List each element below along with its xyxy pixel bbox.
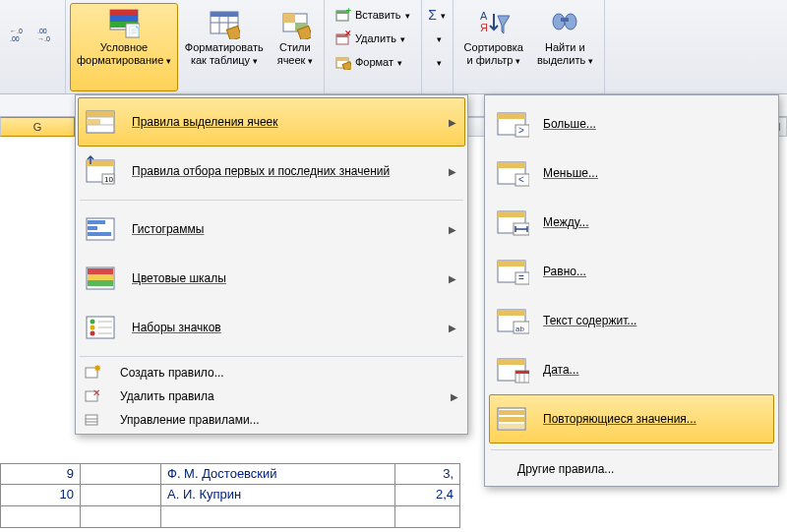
svg-rect-47 xyxy=(88,226,97,230)
cell-styles-button[interactable]: Стили ячеек xyxy=(271,3,320,91)
find-select-label: Найти и выделить xyxy=(537,41,593,68)
menu-highlight-cells-rules[interactable]: Правила выделения ячеек ▶ xyxy=(78,97,465,147)
submenu-label: Дата... xyxy=(543,363,579,377)
submenu-between[interactable]: Между... xyxy=(489,198,774,247)
cell-styles-icon xyxy=(279,8,311,39)
submenu-arrow-icon: ▶ xyxy=(449,273,456,284)
empty-cell[interactable] xyxy=(81,463,161,485)
svg-rect-48 xyxy=(88,232,111,236)
column-header-G[interactable]: G xyxy=(0,117,75,137)
increase-decimal-button[interactable]: ←.0.00 xyxy=(8,24,30,45)
row-number-cell[interactable] xyxy=(0,506,81,528)
name-cell[interactable]: Ф. М. Достоевский xyxy=(161,463,395,485)
editing-autosum-group: Σ xyxy=(422,0,454,93)
new-rule-icon: ✸ xyxy=(85,365,100,381)
delete-cells-button[interactable]: ✕ Удалить xyxy=(331,28,415,49)
manage-rules-icon xyxy=(85,412,100,428)
menu-separator xyxy=(491,449,772,450)
menu-new-rule[interactable]: ✸ Создать правило... xyxy=(78,361,465,384)
format-cells-button[interactable]: Формат xyxy=(331,51,415,73)
menu-label: Удалить правила xyxy=(120,389,214,403)
submenu-duplicate-values[interactable]: Повторяющиеся значения... xyxy=(489,394,774,443)
submenu-arrow-icon: ▶ xyxy=(451,391,458,402)
submenu-arrow-icon: ▶ xyxy=(449,117,456,128)
conditional-formatting-menu: Правила выделения ячеек ▶ 10 Правила отб… xyxy=(75,94,468,435)
value-cell[interactable]: 2,4 xyxy=(395,485,460,506)
submenu-arrow-icon: ▶ xyxy=(449,166,456,177)
menu-data-bars[interactable]: Гистограммы ▶ xyxy=(78,205,465,254)
svg-text:10: 10 xyxy=(104,175,113,184)
svg-rect-90 xyxy=(498,359,525,365)
duplicate-values-icon xyxy=(496,402,529,436)
table-row[interactable] xyxy=(0,506,787,528)
svg-rect-38 xyxy=(87,119,100,125)
submenu-greater-than[interactable]: > Больше... xyxy=(489,99,774,148)
menu-label: Правила отбора первых и последних значен… xyxy=(132,164,390,178)
submenu-arrow-icon: ▶ xyxy=(449,323,456,333)
format-label: Формат xyxy=(355,56,394,68)
svg-text:ab: ab xyxy=(515,325,524,333)
svg-point-54 xyxy=(91,320,95,325)
row-number-cell[interactable]: 9 xyxy=(0,463,81,485)
svg-text:＋: ＋ xyxy=(344,7,351,15)
conditional-formatting-label: Условное форматирование xyxy=(77,41,171,68)
submenu-less-than[interactable]: < Меньше... xyxy=(489,148,774,198)
svg-rect-86 xyxy=(498,310,525,316)
clear-button[interactable] xyxy=(428,51,447,73)
svg-text:=: = xyxy=(518,272,524,283)
svg-rect-6 xyxy=(110,16,138,22)
submenu-label: Текст содержит... xyxy=(543,314,636,327)
decrease-decimal-button[interactable]: .00→.0 xyxy=(35,24,57,45)
svg-point-55 xyxy=(91,325,95,330)
svg-rect-72 xyxy=(498,162,525,168)
menu-label: Гистограммы xyxy=(132,222,204,236)
between-icon xyxy=(496,206,529,239)
value-cell[interactable] xyxy=(395,506,460,528)
value-cell[interactable]: 3, xyxy=(395,463,460,485)
find-select-button[interactable]: Найти и выделить xyxy=(530,3,600,91)
submenu-text-contains[interactable]: ab Текст содержит... xyxy=(489,296,774,345)
format-as-table-label: Форматировать как таблицу xyxy=(185,41,264,68)
svg-rect-68 xyxy=(498,113,525,119)
svg-rect-17 xyxy=(283,14,295,23)
submenu-equal-to[interactable]: = Равно... xyxy=(489,247,774,296)
format-icon xyxy=(335,54,351,70)
conditional-formatting-button[interactable]: 📄 Условное форматирование xyxy=(70,3,178,91)
submenu-label: Меньше... xyxy=(543,166,598,180)
menu-clear-rules[interactable]: ✕ Удалить правила ▶ xyxy=(78,384,465,408)
highlight-cells-icon xyxy=(85,105,118,139)
format-as-table-icon xyxy=(209,8,240,39)
name-cell[interactable] xyxy=(161,506,395,528)
submenu-more-rules[interactable]: Другие правила... xyxy=(489,456,774,482)
delete-label: Удалить xyxy=(355,32,396,44)
svg-rect-51 xyxy=(88,274,113,280)
ribbon: ←.0.00 .00→.0 📄 Условное форматирование … xyxy=(0,0,787,94)
table-row[interactable]: 10 А. И. Куприн 2,4 xyxy=(0,485,787,506)
format-as-table-button[interactable]: Форматировать как таблицу xyxy=(178,3,271,91)
svg-text:А: А xyxy=(480,10,488,22)
menu-top-bottom-rules[interactable]: 10 Правила отбора первых и последних зна… xyxy=(78,147,465,196)
styles-group: 📄 Условное форматирование Форматировать … xyxy=(66,0,325,93)
menu-manage-rules[interactable]: Управление правилами... xyxy=(78,408,465,432)
svg-text:>: > xyxy=(518,125,524,136)
menu-color-scales[interactable]: Цветовые шкалы ▶ xyxy=(78,254,465,303)
svg-text:←.0: ←.0 xyxy=(10,28,23,34)
svg-rect-5 xyxy=(110,10,138,16)
menu-icon-sets[interactable]: Наборы значков ▶ xyxy=(78,303,465,352)
sort-filter-button[interactable]: АЯ Сортировка и фильтр xyxy=(457,3,530,91)
svg-rect-52 xyxy=(88,280,113,286)
name-cell[interactable]: А. И. Куприн xyxy=(161,485,395,506)
svg-rect-50 xyxy=(88,268,113,274)
equal-to-icon: = xyxy=(496,255,529,288)
menu-label: Создать правило... xyxy=(120,366,224,380)
cells-group: ＋ Вставить ✕ Удалить Формат xyxy=(325,0,422,93)
empty-cell[interactable] xyxy=(81,506,161,528)
fill-button[interactable] xyxy=(428,28,447,49)
submenu-date-occurring[interactable]: Дата... xyxy=(489,345,774,394)
autosum-button[interactable]: Σ xyxy=(428,4,447,26)
empty-cell[interactable] xyxy=(81,485,161,506)
svg-rect-27 xyxy=(336,58,348,61)
insert-cells-button[interactable]: ＋ Вставить xyxy=(331,4,415,26)
find-select-icon xyxy=(549,8,580,39)
row-number-cell[interactable]: 10 xyxy=(0,485,81,506)
